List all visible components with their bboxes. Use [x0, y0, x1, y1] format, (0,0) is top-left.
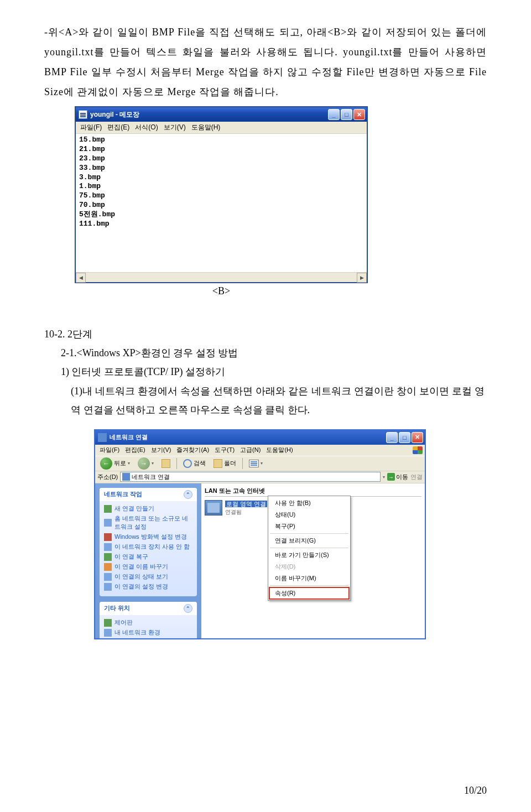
panel-title-other: 기타 위치	[104, 604, 130, 612]
explorer-menubar: 파일(F) 편집(E) 보기(V) 즐겨찾기(A) 도구(T) 고급(N) 도움…	[95, 445, 425, 456]
exp-menu-edit[interactable]: 편집(E)	[123, 445, 148, 455]
menu-view[interactable]: 보기(V)	[162, 122, 188, 133]
explorer-body: 네트워크 작업 ⌃ 새 연결 만들기 홈 네트워크 또는 소규모 네트워크 설정…	[95, 483, 425, 638]
connection-status: 연결됨	[225, 508, 267, 516]
figure-label-b: <B>	[75, 285, 368, 297]
toolbar-separator-2	[242, 458, 243, 469]
exp-menu-help[interactable]: 도움말(H)	[264, 445, 295, 455]
minimize-button[interactable]: _	[328, 109, 340, 120]
notepad-scrollbar[interactable]: ◀ ▶	[76, 272, 367, 282]
close-button[interactable]: ✕	[353, 109, 365, 120]
ctx-disable[interactable]: 사용 안 함(B)	[269, 497, 349, 509]
menu-help[interactable]: 도움말(H)	[189, 122, 223, 133]
views-button[interactable]: ▾	[246, 457, 266, 470]
notepad-window: youngil - 메모장 _ □ ✕ 파일(F) 편집(E) 서식(O) 보기…	[75, 106, 368, 283]
sidebar-item-settings[interactable]: 이 연결의 설정 변경	[104, 582, 192, 592]
panel-title-tasks: 네트워크 작업	[104, 490, 142, 498]
nav-forward-button[interactable]: → ▾	[135, 457, 157, 470]
exp-minimize-button[interactable]: _	[386, 432, 398, 443]
cp-icon	[104, 619, 112, 627]
go-label: 이동	[396, 473, 408, 481]
collapse-icon-2[interactable]: ⌃	[184, 604, 192, 613]
maximize-button[interactable]: □	[341, 109, 352, 120]
exp-close-button[interactable]: ✕	[412, 432, 423, 443]
address-field[interactable]: 네트워크 연결	[120, 472, 381, 482]
panel-network-tasks: 네트워크 작업 ⌃ 새 연결 만들기 홈 네트워크 또는 소규모 네트워크 설정…	[100, 488, 197, 596]
nav-up-button[interactable]	[159, 457, 173, 470]
notepad-textarea[interactable]: 15.bmp 21.bmp 23.bmp 33.bmp 3.bmp 1.bmp …	[76, 134, 367, 272]
ctx-shortcut[interactable]: 바로 가기 만들기(S)	[269, 549, 349, 561]
repair-icon	[104, 553, 112, 561]
folders-button[interactable]: 폴더	[211, 457, 239, 470]
menu-format[interactable]: 서식(O)	[133, 122, 160, 133]
ctx-delete: 삭제(D)	[269, 561, 349, 572]
exp-maximize-button[interactable]: □	[399, 432, 410, 443]
scroll-right-icon[interactable]: ▶	[357, 273, 367, 283]
network-connections-window: 네트워크 연결 _ □ ✕ 파일(F) 편집(E) 보기(V) 즐겨찾기(A) …	[94, 429, 426, 639]
ctx-repair[interactable]: 복구(P)	[269, 520, 349, 532]
ctx-rename[interactable]: 이름 바꾸기(M)	[269, 572, 349, 584]
menu-file[interactable]: 파일(F)	[78, 122, 104, 133]
sidebar-item-firewall[interactable]: Windows 방화벽 설정 변경	[104, 532, 192, 542]
explorer-title: 네트워크 연결	[110, 433, 386, 441]
sidebar-item-rename[interactable]: 이 연결 이름 바꾸기	[104, 562, 192, 572]
panel-head-tasks[interactable]: 네트워크 작업 ⌃	[100, 488, 197, 501]
folder-up-icon	[162, 459, 170, 468]
page-number: 10/20	[464, 785, 487, 797]
link-label: 연결	[410, 473, 423, 481]
scroll-track[interactable]	[86, 273, 357, 282]
address-label: 주소(D)	[97, 473, 118, 481]
menu-edit[interactable]: 편집(E)	[105, 122, 132, 133]
nav-back-button[interactable]: ← 뒤로 ▾	[97, 457, 133, 470]
heading-2-1: 2-1.<Windows XP>환경인 경우 설정 방법	[44, 343, 487, 362]
exp-menu-fav[interactable]: 즐겨찾기(A)	[174, 445, 211, 455]
network-icon	[98, 433, 107, 442]
sidebar-item-mydocs[interactable]: 내 문서	[104, 638, 192, 638]
notepad-menubar: 파일(F) 편집(E) 서식(O) 보기(V) 도움말(H)	[76, 122, 367, 134]
sidebar-item-disable[interactable]: 이 네트워크 장치 사용 안 함	[104, 542, 192, 552]
firewall-icon	[104, 533, 112, 541]
ctx-properties[interactable]: 속성(R)	[269, 587, 350, 600]
context-menu: 사용 안 함(B) 상태(U) 복구(P) 연결 브리지(G) 바로 가기 만들…	[268, 496, 351, 601]
section-10-2: 10-2. 2단계 2-1.<Windows XP>환경인 경우 설정 방법 1…	[44, 325, 487, 419]
go-arrow-icon: →	[387, 473, 395, 481]
heading-1: 1) 인터넷 프로토콜(TCP/ IP) 설정하기	[44, 362, 487, 381]
status-icon	[104, 573, 112, 581]
home-net-icon	[104, 519, 112, 527]
exp-menu-view[interactable]: 보기(V)	[149, 445, 174, 455]
step-1-text: (1)내 네트워크 환경에서 속성을 선택하면 아래와 같은 네트워크 연결이란…	[44, 382, 487, 419]
exp-menu-tools[interactable]: 도구(T)	[212, 445, 237, 455]
views-icon	[249, 460, 259, 467]
sidebar-item-mynetwork[interactable]: 내 네트워크 환경	[104, 628, 192, 638]
scroll-left-icon[interactable]: ◀	[76, 273, 86, 283]
sidebar-item-repair[interactable]: 이 연결 복구	[104, 552, 192, 562]
sidebar-item-new-connection[interactable]: 새 연결 만들기	[104, 504, 192, 514]
panel-head-other[interactable]: 기타 위치 ⌃	[100, 602, 197, 615]
sidebar-item-controlpanel[interactable]: 제어판	[104, 618, 192, 628]
search-button[interactable]: 검색	[180, 457, 209, 470]
sidebar-item-status[interactable]: 이 연결의 상태 보기	[104, 572, 192, 582]
wizard-icon	[104, 505, 112, 513]
collapse-icon[interactable]: ⌃	[184, 490, 192, 499]
notepad-title: youngil - 메모장	[90, 110, 328, 119]
exp-menu-adv[interactable]: 고급(N)	[238, 445, 263, 455]
toolbar-separator	[176, 458, 177, 469]
panel-other-places: 기타 위치 ⌃ 제어판 내 네트워크 환경 내 문서 내 컴퓨터	[100, 602, 197, 638]
lan-connection-icon	[205, 500, 222, 516]
ctx-separator	[270, 533, 348, 534]
ctx-separator-2	[270, 548, 348, 548]
ctx-bridge[interactable]: 연결 브리지(G)	[269, 535, 349, 546]
folders-icon	[214, 459, 222, 468]
explorer-main: LAN 또는 고속 인터넷 로컬 영역 연결 연결됨 사용 안 함(B) 상태(…	[201, 483, 425, 638]
heading-10-2: 10-2. 2단계	[44, 325, 487, 343]
exp-menu-file[interactable]: 파일(F)	[97, 445, 122, 455]
ctx-status[interactable]: 상태(U)	[269, 509, 349, 520]
address-icon	[122, 473, 130, 481]
folders-label: 폴더	[224, 459, 236, 467]
notepad-icon	[79, 110, 87, 119]
go-button[interactable]: → 이동	[387, 473, 408, 481]
explorer-titlebar: 네트워크 연결 _ □ ✕	[95, 430, 425, 445]
intro-paragraph: -위<A>와 같이 일일이 BMP File을 직접 선택해도 되고, 아래<B…	[44, 22, 487, 102]
sidebar-item-home-network[interactable]: 홈 네트워크 또는 소규모 네트워크 설정	[104, 514, 192, 532]
explorer-toolbar: ← 뒤로 ▾ → ▾ 검색 폴더 ▾	[95, 456, 425, 471]
